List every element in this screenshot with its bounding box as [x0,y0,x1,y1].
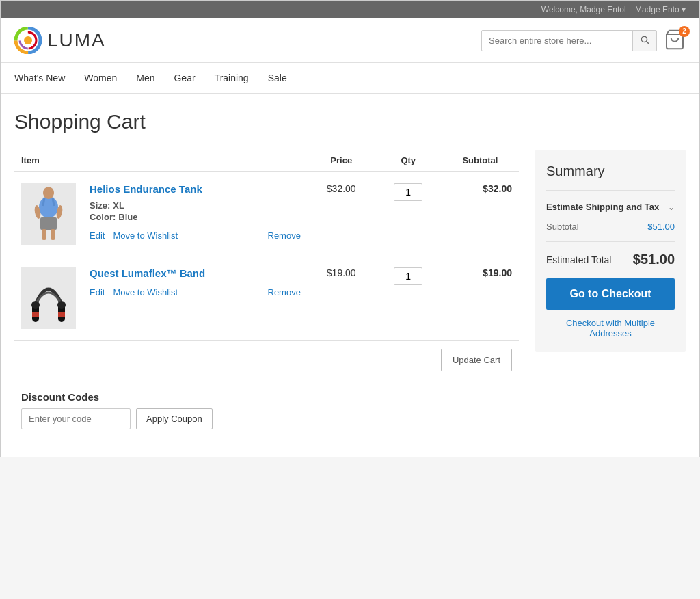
product-img-1 [21,183,76,245]
cart-layout: Item Price Qty Subtotal [14,150,686,429]
product-img-svg-2 [21,267,76,329]
svg-point-5 [24,36,32,44]
svg-rect-14 [51,229,55,240]
product-color-1: Color:Blue [90,212,301,222]
subtotal-row: Subtotal $51.00 [546,215,675,239]
edit-link-1[interactable]: Edit [90,230,105,241]
svg-rect-13 [42,229,46,240]
svg-point-25 [57,301,66,309]
svg-rect-23 [58,312,65,317]
cart-actions: Update Cart [14,341,519,380]
svg-rect-12 [40,217,57,230]
logo-icon [14,27,42,54]
cart-sidebar: Summary Estimate Shipping and Tax ⌄ Subt… [535,150,686,352]
qty-cell-1 [375,172,442,256]
edit-link-2[interactable]: Edit [90,287,105,297]
svg-point-24 [31,301,40,309]
search-button[interactable] [632,31,656,51]
cart-icon[interactable]: 2 [664,29,686,53]
nav-gear[interactable]: Gear [174,63,195,93]
discount-title: Discount Codes [21,391,512,403]
cart-table: Item Price Qty Subtotal [14,150,519,341]
remove-link-2[interactable]: Remove [268,287,301,297]
discount-input[interactable] [21,408,131,429]
main-nav: What's New Women Men Gear Training Sale [1,63,699,94]
product-info-2: Quest Lumaflex™ Band Edit Move to Wishli… [83,256,308,341]
table-row: Quest Lumaflex™ Band Edit Move to Wishli… [14,256,519,341]
search-bar [481,30,657,51]
product-image-2 [14,256,83,341]
product-name-1[interactable]: Helios Endurance Tank [90,183,301,195]
product-name-2[interactable]: Quest Lumaflex™ Band [90,267,301,279]
item-actions-1: Edit Move to Wishlist Remove [90,230,301,241]
cart-badge: 2 [679,26,690,37]
estimate-chevron-icon[interactable]: ⌄ [668,202,675,212]
product-img-svg-1 [21,183,76,245]
col-item: Item [14,150,308,172]
svg-line-7 [647,41,649,43]
product-image-1 [14,172,83,256]
svg-line-18 [53,198,54,206]
apply-coupon-button[interactable]: Apply Coupon [136,408,213,429]
qty-cell-2 [375,256,442,341]
subtotal-1: $32.00 [442,172,519,256]
svg-point-10 [39,196,58,218]
svg-rect-22 [32,312,39,317]
product-info-1: Helios Endurance Tank Size:XL Color:Blue… [83,172,308,256]
nav-women[interactable]: Women [84,63,117,93]
search-input[interactable] [482,31,632,50]
remove-link-1[interactable]: Remove [268,230,301,241]
discount-section: Discount Codes Apply Coupon [14,380,519,429]
header-right: 2 [481,29,686,53]
subtotal-label: Subtotal [546,222,579,232]
item-actions-2: Edit Move to Wishlist Remove [90,287,301,297]
logo[interactable]: LUMA [14,27,106,54]
total-value: $51.00 [633,252,675,267]
estimate-row: Estimate Shipping and Tax ⌄ [546,199,675,215]
page-title: Shopping Cart [14,110,686,133]
qty-input-1[interactable] [394,183,422,201]
qty-input-2[interactable] [394,267,422,285]
wishlist-link-2[interactable]: Move to Wishlist [113,287,178,297]
svg-point-11 [43,187,54,199]
main-content: Shopping Cart Item Price Qty Subtotal [1,94,699,457]
nav-sale[interactable]: Sale [268,63,287,93]
logo-text: LUMA [47,29,106,51]
update-cart-button[interactable]: Update Cart [441,349,512,371]
account-menu[interactable]: Madge Ento ▾ [635,5,686,14]
multi-address-link[interactable]: Checkout with Multiple Addresses [546,318,675,338]
price-1: $32.00 [308,172,375,256]
discount-form: Apply Coupon [21,408,512,429]
svg-point-6 [641,36,647,42]
subtotal-value: $51.00 [647,222,675,232]
summary-title: Summary [546,163,675,179]
product-img-2 [21,267,76,329]
estimate-section: Estimate Shipping and Tax ⌄ Subtotal $51… [546,190,675,239]
total-row: Estimated Total $51.00 [546,241,675,278]
nav-men[interactable]: Men [136,63,154,93]
welcome-text: Welcome, Madge Entol [541,5,626,14]
checkout-button[interactable]: Go to Checkout [546,278,675,310]
product-size-1: Size:XL [90,200,301,211]
cart-main: Item Price Qty Subtotal [14,150,519,429]
price-2: $19.00 [308,256,375,341]
col-price: Price [308,150,375,172]
svg-line-17 [43,198,44,206]
wishlist-link-1[interactable]: Move to Wishlist [113,230,178,241]
subtotal-2: $19.00 [442,256,519,341]
top-bar: Welcome, Madge Entol Madge Ento ▾ [1,1,699,18]
estimate-label: Estimate Shipping and Tax [546,202,659,212]
nav-training[interactable]: Training [215,63,249,93]
svg-rect-19 [21,267,76,329]
table-row: Helios Endurance Tank Size:XL Color:Blue… [14,172,519,256]
total-label: Estimated Total [546,254,611,265]
nav-whats-new[interactable]: What's New [14,63,65,93]
col-subtotal: Subtotal [442,150,519,172]
header: LUMA 2 [1,18,699,63]
col-qty: Qty [375,150,442,172]
